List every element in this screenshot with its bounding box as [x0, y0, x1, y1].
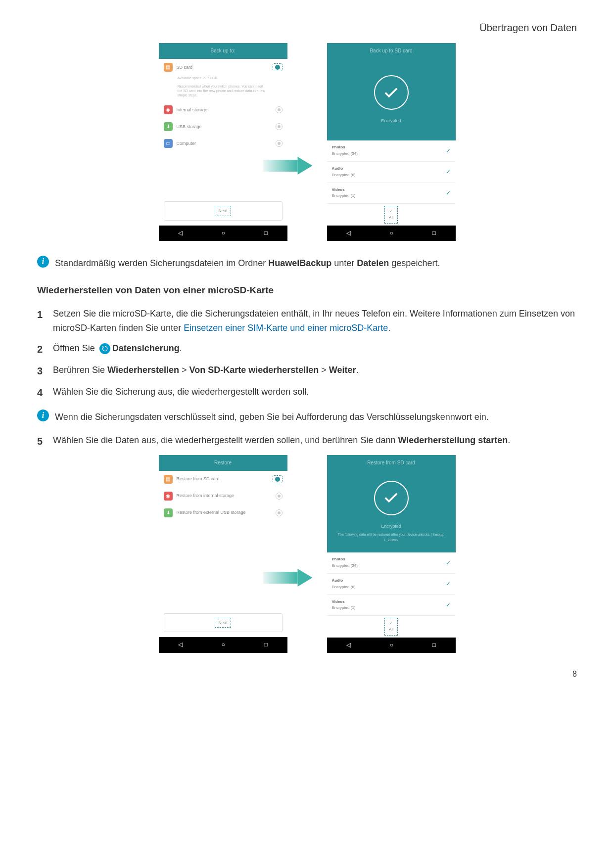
step-2: 2 Öffnen Sie Datensicherung. [37, 341, 577, 357]
section-heading: Wiederherstellen von Daten von einer mic… [37, 283, 577, 298]
select-all: ✓All [327, 204, 456, 226]
info-note-2: i Wenn die Sicherungsdaten verschlüsselt… [37, 410, 577, 424]
check-icon: ✓ [446, 167, 451, 177]
phone-header: Back up to SD card [327, 43, 456, 59]
check-icon: ✓ [446, 558, 451, 568]
phone-header: Restore from SD card [327, 455, 456, 471]
page-number: 8 [37, 668, 577, 681]
check-icon: ✓ [446, 600, 451, 610]
radio-selected [273, 63, 283, 71]
option-desc2: Recommended when you switch phones. You … [159, 84, 287, 101]
radio [276, 493, 283, 500]
link-sim-microsd[interactable]: Einsetzen einer SIM-Karte und einer micr… [184, 323, 388, 333]
list-item: PhotosEncrypted (34) ✓ [327, 552, 456, 574]
usb-icon: ⬇ [164, 508, 173, 517]
check-icon: ✓ [446, 579, 451, 589]
step-1: 1 Setzen Sie die microSD-Karte, die die … [37, 307, 577, 335]
option-usb: ⬇ Restore from external USB storage [159, 504, 287, 521]
step-number: 1 [37, 307, 47, 322]
select-all: ✓All [327, 616, 456, 638]
step-number: 2 [37, 341, 47, 357]
screenshot-pair-2: Restore ▤ Restore from SD card ◉ Restore… [37, 455, 577, 653]
phone-left-2: Restore ▤ Restore from SD card ◉ Restore… [159, 455, 287, 653]
nav-bar: ◁○□ [159, 637, 287, 652]
option-internal: ◉ Internal storage [159, 101, 287, 118]
list-item: PhotosEncrypted (34) ✓ [327, 140, 456, 162]
step-4: 4 Wählen Sie die Sicherung aus, die wied… [37, 385, 577, 401]
nav-bar: ◁○□ [327, 226, 456, 241]
option-usb: ⬇ USB storage [159, 118, 287, 135]
check-icon: ✓ [446, 188, 451, 198]
radio [276, 140, 283, 147]
next-button: Next [164, 201, 283, 220]
list-item: AudioEncrypted (6) ✓ [327, 574, 456, 595]
arrow-icon [297, 157, 312, 175]
sd-icon: ▤ [164, 63, 173, 72]
internal-icon: ◉ [164, 492, 173, 501]
phone-left-1: Back up to: ▤ SD card Available space 29… [159, 43, 287, 241]
radio-selected [273, 475, 283, 483]
radio [276, 123, 283, 130]
info-note-1: i Standardmäßig werden Sicherungsdateien… [37, 256, 577, 271]
step-5: 5 Wählen Sie die Daten aus, die wiederhe… [37, 433, 577, 449]
list-item: AudioEncrypted (6) ✓ [327, 162, 456, 183]
option-sd: ▤ Restore from SD card [159, 471, 287, 488]
option-desc1: Available space 29.71 GB [159, 76, 287, 84]
option-computer: ▭ Computer [159, 135, 287, 152]
nav-bar: ◁○□ [327, 638, 456, 653]
list-item: VideosEncrypted (1) ✓ [327, 595, 456, 616]
step-number: 3 [37, 363, 47, 379]
step-number: 5 [37, 433, 47, 449]
computer-icon: ▭ [164, 139, 173, 148]
check-circle-icon [374, 75, 409, 110]
step-3: 3 Berühren Sie Wiederherstellen > Von SD… [37, 363, 577, 379]
phone-right-2: Restore from SD card Encrypted The follo… [327, 455, 456, 653]
list-item: VideosEncrypted (1) ✓ [327, 183, 456, 204]
next-button: Next [164, 613, 283, 632]
info-icon: i [37, 410, 49, 421]
radio [276, 509, 283, 516]
option-sd: ▤ SD card [159, 59, 287, 76]
screenshot-pair-1: Back up to: ▤ SD card Available space 29… [37, 43, 577, 241]
phone-right-1: Back up to SD card Encrypted PhotosEncry… [327, 43, 456, 241]
info-icon: i [37, 256, 49, 268]
radio [276, 106, 283, 113]
check-circle-icon [374, 481, 409, 515]
check-icon: ✓ [446, 146, 451, 156]
sd-icon: ▤ [164, 475, 173, 484]
phone-header: Back up to: [159, 43, 287, 59]
nav-bar: ◁○□ [159, 226, 287, 241]
arrow-icon [297, 569, 312, 587]
backup-app-icon [99, 343, 110, 354]
step-number: 4 [37, 385, 47, 401]
internal-icon: ◉ [164, 105, 173, 114]
usb-icon: ⬇ [164, 122, 173, 131]
phone-header: Restore [159, 455, 287, 471]
option-internal: ◉ Restore from internal storage [159, 488, 287, 504]
page-header: Übertragen von Daten [37, 20, 577, 36]
